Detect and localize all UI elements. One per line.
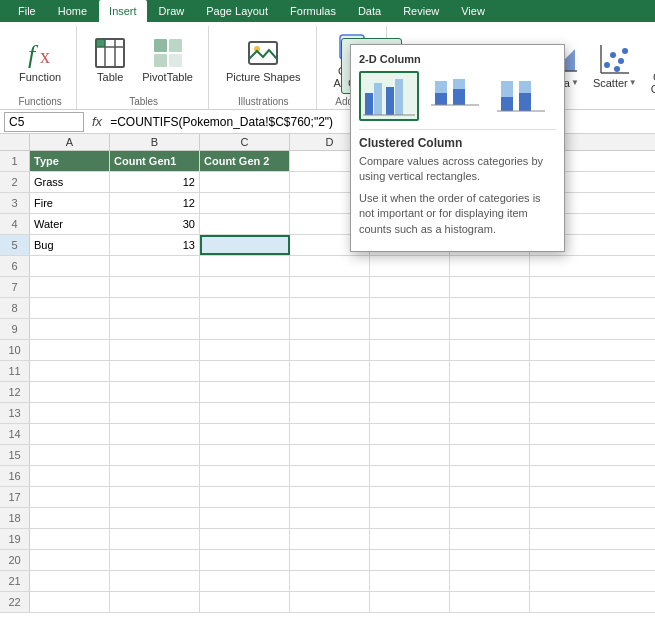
row-num-10: 10 (0, 340, 30, 360)
cell-c2[interactable] (200, 172, 290, 192)
table-label: Table (97, 71, 123, 83)
scatter-label: Scatter (593, 77, 628, 89)
100pct-column-option[interactable] (491, 71, 551, 121)
row-num-11: 11 (0, 361, 30, 381)
table-row: 11 (0, 361, 655, 382)
table-button[interactable]: Table (87, 32, 133, 88)
svg-rect-7 (154, 39, 167, 52)
cell-b3[interactable]: 12 (110, 193, 200, 213)
cell-b6[interactable] (110, 256, 200, 276)
illustrations-group-label: Illustrations (238, 94, 289, 107)
table-row: 16 (0, 466, 655, 487)
cell-d6[interactable] (290, 256, 370, 276)
function-icon: f x (24, 37, 56, 69)
table-row: 7 (0, 277, 655, 298)
svg-rect-42 (395, 79, 403, 115)
row-num-18: 18 (0, 508, 30, 528)
row-num-4: 4 (0, 214, 30, 234)
tab-data[interactable]: Data (348, 0, 391, 22)
svg-rect-44 (435, 93, 447, 105)
row-num-5: 5 (0, 235, 30, 255)
cell-c1[interactable]: Count Gen 2 (200, 151, 290, 171)
tab-formulas[interactable]: Formulas (280, 0, 346, 22)
cell-a5[interactable]: Bug (30, 235, 110, 255)
row-num-15: 15 (0, 445, 30, 465)
area-chevron: ▼ (571, 78, 579, 87)
clustered-column-option[interactable] (359, 71, 419, 121)
table-row: 14 (0, 424, 655, 445)
clustered-column-svg (361, 73, 417, 119)
svg-text:x: x (40, 45, 50, 67)
100pct-column-svg (493, 73, 549, 119)
cell-a2[interactable]: Grass (30, 172, 110, 192)
svg-rect-46 (453, 89, 465, 105)
table-row: 21 (0, 571, 655, 592)
svg-point-29 (618, 58, 624, 64)
svg-rect-9 (154, 54, 167, 67)
col-header-a[interactable]: A (30, 134, 110, 150)
tab-insert[interactable]: Insert (99, 0, 147, 22)
tab-pagelayout[interactable]: Page Layout (196, 0, 278, 22)
row-num-22: 22 (0, 592, 30, 612)
col-header-c[interactable]: C (200, 134, 290, 150)
cell-b4[interactable]: 30 (110, 214, 200, 234)
function-label: Function (19, 71, 61, 83)
row-num-16: 16 (0, 466, 30, 486)
row-num-21: 21 (0, 571, 30, 591)
svg-rect-49 (501, 97, 513, 111)
tab-home[interactable]: Home (48, 0, 97, 22)
function-button[interactable]: f x Function (12, 32, 68, 88)
cell-b2[interactable]: 12 (110, 172, 200, 192)
cell-c4[interactable] (200, 214, 290, 234)
cell-a3[interactable]: Fire (30, 193, 110, 213)
cell-c3[interactable] (200, 193, 290, 213)
svg-rect-51 (519, 93, 531, 111)
col-header-b[interactable]: B (110, 134, 200, 150)
stacked-column-svg (427, 73, 483, 119)
svg-rect-47 (453, 79, 465, 89)
scatter-chevron: ▼ (629, 78, 637, 87)
svg-rect-52 (519, 81, 531, 93)
cell-c5[interactable] (200, 235, 290, 255)
tab-file[interactable]: File (8, 0, 46, 22)
row-num-8: 8 (0, 298, 30, 318)
row-num-14: 14 (0, 424, 30, 444)
table-row: 22 (0, 592, 655, 613)
other-charts-button[interactable]: OtherCharts ▼ (644, 32, 655, 100)
table-row: 15 (0, 445, 655, 466)
tables-group-label: Tables (129, 94, 158, 107)
row-num-6: 6 (0, 256, 30, 276)
table-row: 13 (0, 403, 655, 424)
pictures-button[interactable]: Picture Shapes (219, 32, 308, 88)
tab-view[interactable]: View (451, 0, 495, 22)
table-row: 6 (0, 256, 655, 277)
chart-desc-1: Compare values across categories by usin… (359, 154, 556, 185)
row-num-20: 20 (0, 550, 30, 570)
cell-a6[interactable] (30, 256, 110, 276)
group-tables: Table PivotTable Tables (79, 26, 209, 109)
stacked-column-option[interactable] (425, 71, 485, 121)
cell-b5[interactable]: 13 (110, 235, 200, 255)
pivot-table-button[interactable]: PivotTable (135, 32, 200, 88)
fx-label: fx (88, 114, 106, 129)
tab-draw[interactable]: Draw (149, 0, 195, 22)
row-num-3: 3 (0, 193, 30, 213)
svg-rect-41 (386, 87, 394, 115)
ribbon-tabs: File Home Insert Draw Page Layout Formul… (0, 0, 655, 22)
ribbon-toolbar: f x Function Functions Table (0, 22, 655, 110)
name-box-value: C5 (9, 115, 24, 129)
name-box[interactable]: C5 (4, 112, 84, 132)
table-row: 17 (0, 487, 655, 508)
scatter-chart-button[interactable]: Scatter ▼ (586, 38, 644, 94)
functions-group-label: Functions (18, 94, 61, 107)
svg-rect-40 (374, 83, 382, 115)
tab-review[interactable]: Review (393, 0, 449, 22)
cell-c6[interactable] (200, 256, 290, 276)
table-row: 20 (0, 550, 655, 571)
cell-b1[interactable]: Count Gen1 (110, 151, 200, 171)
table-row: 9 (0, 319, 655, 340)
table-row: 12 (0, 382, 655, 403)
cell-a1[interactable]: Type (30, 151, 110, 171)
svg-point-27 (604, 62, 610, 68)
cell-a4[interactable]: Water (30, 214, 110, 234)
